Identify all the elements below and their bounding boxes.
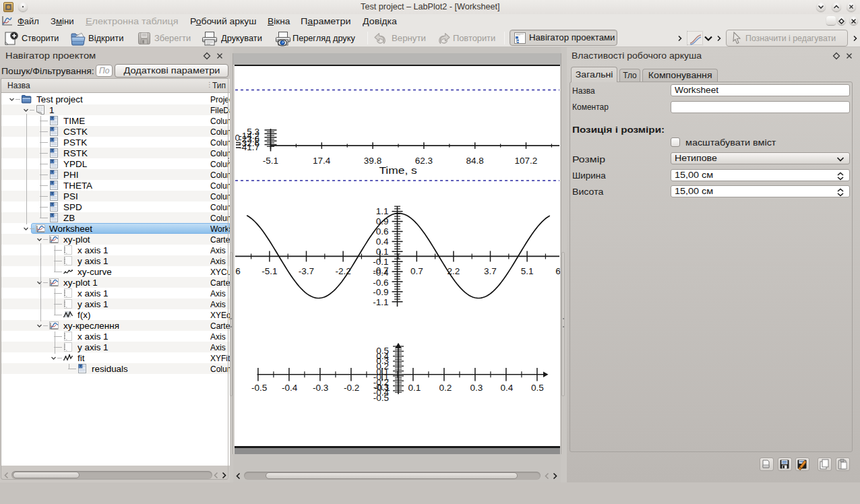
svg-text:0.4: 0.4 xyxy=(376,237,389,247)
svg-text:Time, s: Time, s xyxy=(379,164,417,176)
svg-text:0.4: 0.4 xyxy=(501,383,514,393)
svg-text:107.2: 107.2 xyxy=(515,156,538,166)
svg-text:0.5: 0.5 xyxy=(531,383,544,393)
svg-text:84.8: 84.8 xyxy=(466,156,483,166)
svg-text:0.7: 0.7 xyxy=(410,266,423,276)
svg-text:-1.1: -1.1 xyxy=(373,297,388,307)
svg-text:2.2: 2.2 xyxy=(448,266,460,276)
svg-text:1.1: 1.1 xyxy=(376,206,389,216)
svg-text:-0.2: -0.2 xyxy=(344,383,359,393)
svg-text:5.1: 5.1 xyxy=(521,266,534,276)
svg-text:-0.9: -0.9 xyxy=(373,287,388,297)
svg-text:0.3: 0.3 xyxy=(470,383,483,393)
svg-text:6: 6 xyxy=(235,266,241,276)
svg-text:-41.7: -41.7 xyxy=(239,142,259,152)
svg-text:-0.6: -0.6 xyxy=(373,278,388,288)
svg-text:0.2: 0.2 xyxy=(439,383,452,393)
svg-text:3.7: 3.7 xyxy=(484,266,497,276)
svg-text:-5.1: -5.1 xyxy=(263,156,278,166)
svg-text:-3.7: -3.7 xyxy=(299,266,314,276)
svg-text:0.1: 0.1 xyxy=(408,383,421,393)
svg-text:62.3: 62.3 xyxy=(415,156,433,166)
svg-text:0.1: 0.1 xyxy=(376,247,389,257)
svg-text:-0.3: -0.3 xyxy=(313,383,328,393)
svg-text:-5.1: -5.1 xyxy=(262,266,277,276)
svg-text:6: 6 xyxy=(555,266,560,276)
svg-text:17.4: 17.4 xyxy=(313,156,331,166)
svg-text:-0.4: -0.4 xyxy=(373,267,389,278)
svg-text:0.6: 0.6 xyxy=(376,226,389,237)
svg-text:-0.5: -0.5 xyxy=(373,393,389,403)
svg-text:-0.5: -0.5 xyxy=(251,383,267,393)
svg-text:-0.4: -0.4 xyxy=(282,383,298,393)
svg-text:0: 0 xyxy=(235,133,240,143)
